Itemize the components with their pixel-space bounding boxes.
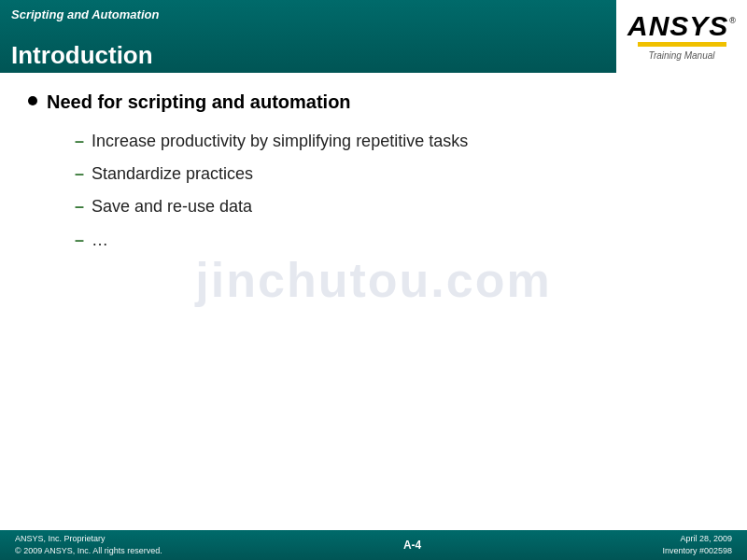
- list-item: – Save and re-use data: [75, 195, 719, 218]
- footer-left-line2: © 2009 ANSYS, Inc. All rights reserved.: [15, 545, 162, 557]
- footer-right-line1: April 28, 2009: [662, 533, 732, 545]
- main-bullet-item: Need for scripting and automation: [28, 91, 719, 113]
- sub-dash-icon: –: [75, 130, 84, 153]
- main-bullet-text: Need for scripting and automation: [47, 91, 351, 113]
- sub-dash-icon: –: [75, 162, 84, 186]
- footer-left-line1: ANSYS, Inc. Proprietary: [15, 533, 162, 545]
- ansys-registered: ®: [729, 16, 736, 25]
- footer-right-line2: Inventory #002598: [662, 545, 732, 557]
- sub-item-text: Increase productivity by simplifying rep…: [92, 130, 468, 153]
- sub-item-text: Save and re-use data: [92, 195, 252, 218]
- header: Scripting and Automation Introduction AN…: [0, 0, 747, 73]
- ansys-logo: ANSYS ®: [627, 12, 736, 47]
- footer: ANSYS, Inc. Proprietary © 2009 ANSYS, In…: [0, 530, 747, 560]
- sub-items-list: – Increase productivity by simplifying r…: [75, 130, 719, 252]
- logo-area: ANSYS ® Training Manual: [616, 0, 747, 73]
- sub-item-text: …: [92, 229, 108, 252]
- sub-dash-icon: –: [75, 195, 84, 218]
- list-item: – …: [75, 229, 719, 252]
- sub-dash-icon: –: [75, 229, 84, 252]
- list-item: – Standardize practices: [75, 162, 719, 186]
- footer-right: April 28, 2009 Inventory #002598: [662, 533, 732, 556]
- training-manual-label: Training Manual: [649, 50, 715, 61]
- ansys-yellow-bar: [638, 42, 726, 47]
- list-item: – Increase productivity by simplifying r…: [75, 130, 719, 153]
- main-content: Need for scripting and automation – Incr…: [0, 73, 747, 280]
- sub-item-text: Standardize practices: [92, 162, 253, 186]
- ansys-name: ANSYS: [627, 12, 728, 40]
- footer-left: ANSYS, Inc. Proprietary © 2009 ANSYS, In…: [15, 533, 162, 556]
- bullet-dot: [28, 96, 37, 105]
- header-title: Introduction: [11, 43, 153, 67]
- header-subtitle: Scripting and Automation: [11, 7, 159, 21]
- footer-page-number: A-4: [403, 539, 421, 552]
